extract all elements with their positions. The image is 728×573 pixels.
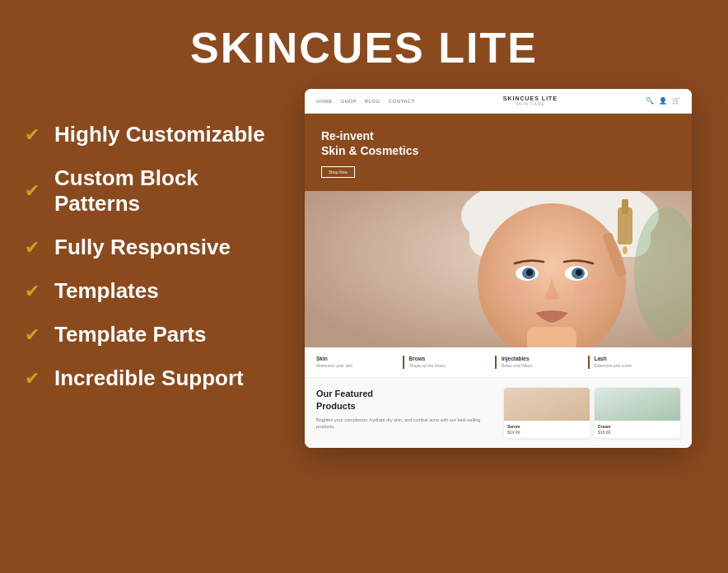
svg-point-12 (500, 282, 530, 298)
mock-navbar: HOME SHOP BLOG CONTACT SKINCUES LITE SKI… (305, 89, 692, 114)
mock-brand-sub: SKIN CARE (503, 101, 558, 106)
mock-category-injectables: Injectables Botox and Fillers (495, 356, 588, 369)
nav-contact: CONTACT (389, 99, 415, 104)
svg-point-11 (576, 269, 582, 276)
mock-product-list: Serum $24.99 Cream $18.99 (504, 388, 680, 438)
mock-shop-now-button[interactable]: Shop Now (321, 166, 355, 178)
cart-icon: 🛒 (672, 97, 680, 105)
mock-categories: Skin Moisturize your skin Brows Shape up… (305, 347, 692, 378)
category-title: Brows (409, 356, 491, 361)
mock-product-image (504, 388, 590, 421)
feature-label: Template Parts (54, 322, 206, 347)
mock-product-image (595, 388, 680, 421)
category-desc: Moisturize your skin (316, 363, 398, 369)
feature-item-block-patterns: ✔ Custom Block Patterns (25, 165, 280, 217)
user-icon: 👤 (659, 97, 667, 105)
content-area: ✔ Highly Customizable ✔ Custom Block Pat… (0, 89, 728, 448)
mock-product-name: Cream (598, 424, 677, 429)
mock-product-info: Cream $18.99 (595, 421, 680, 438)
feature-item-support: ✔ Incredible Support (25, 366, 280, 391)
check-icon: ✔ (25, 237, 40, 259)
mock-featured-text: Our Featured Products Brighten your comp… (316, 388, 492, 438)
mock-hero: Re-invent Skin & Cosmetics Shop Now (305, 114, 692, 191)
check-icon: ✔ (25, 124, 40, 146)
svg-point-17 (623, 246, 628, 254)
nav-shop: SHOP (341, 99, 357, 104)
mock-featured-heading: Our Featured Products (316, 388, 492, 412)
svg-point-10 (526, 269, 533, 276)
category-desc: Extension and curler (595, 363, 676, 369)
nav-home: HOME (316, 99, 333, 104)
check-icon: ✔ (25, 180, 40, 202)
mock-hero-text: Re-invent Skin & Cosmetics Shop Now (321, 128, 418, 178)
search-icon: 🔍 (646, 97, 654, 105)
feature-label: Templates (54, 278, 159, 304)
feature-item-templates: ✔ Templates (25, 278, 280, 304)
mock-category-lash: Lash Extension and curler (588, 356, 681, 369)
feature-label: Fully Responsive (54, 235, 231, 260)
check-icon: ✔ (25, 368, 40, 389)
feature-label: Custom Block Patterns (54, 165, 280, 217)
check-icon: ✔ (25, 281, 40, 302)
category-desc: Botox and Fillers (502, 363, 583, 369)
page-title: SKINCUES LITE (0, 23, 728, 72)
features-list: ✔ Highly Customizable ✔ Custom Block Pat… (0, 97, 296, 426)
browser-mockup: HOME SHOP BLOG CONTACT SKINCUES LITE SKI… (305, 89, 692, 448)
mock-category-brows: Brows Shape up the brows (403, 356, 496, 369)
svg-point-13 (574, 282, 604, 298)
preview-area: HOME SHOP BLOG CONTACT SKINCUES LITE SKI… (296, 97, 728, 448)
svg-rect-5 (527, 327, 576, 347)
title-section: SKINCUES LITE (0, 0, 728, 89)
feature-label: Incredible Support (54, 366, 244, 391)
mock-product-name: Serum (507, 424, 586, 429)
feature-item-customizable: ✔ Highly Customizable (25, 122, 280, 147)
feature-item-responsive: ✔ Fully Responsive (25, 235, 280, 260)
category-desc: Shape up the brows (409, 363, 491, 369)
check-icon: ✔ (25, 324, 40, 346)
category-title: Lash (595, 356, 676, 361)
mock-product-info: Serum $24.99 (504, 421, 590, 438)
mock-hero-heading: Re-invent Skin & Cosmetics (321, 128, 418, 158)
mock-nav-icons: 🔍 👤 🛒 (646, 97, 680, 105)
mock-nav-links: HOME SHOP BLOG CONTACT (316, 99, 415, 104)
mock-category-skin: Skin Moisturize your skin (316, 356, 403, 369)
svg-rect-16 (622, 199, 628, 214)
mock-product-price: $24.99 (507, 430, 586, 435)
mock-brand: SKINCUES LITE SKIN CARE (503, 96, 558, 106)
category-title: Injectables (502, 356, 583, 361)
mock-product-price: $18.99 (598, 430, 677, 435)
mock-product-card: Cream $18.99 (595, 388, 680, 438)
feature-item-template-parts: ✔ Template Parts (25, 322, 280, 347)
mock-featured-section: Our Featured Products Brighten your comp… (305, 378, 692, 448)
mock-hero-image (305, 191, 692, 347)
nav-blog: BLOG (365, 99, 380, 104)
mock-featured-desc: Brighten your complexion, hydrate dry sk… (316, 417, 492, 431)
mock-brand-name: SKINCUES LITE (503, 96, 558, 101)
mock-product-card: Serum $24.99 (504, 388, 590, 438)
category-title: Skin (316, 356, 398, 361)
woman-svg (305, 191, 692, 347)
feature-label: Highly Customizable (54, 122, 265, 147)
